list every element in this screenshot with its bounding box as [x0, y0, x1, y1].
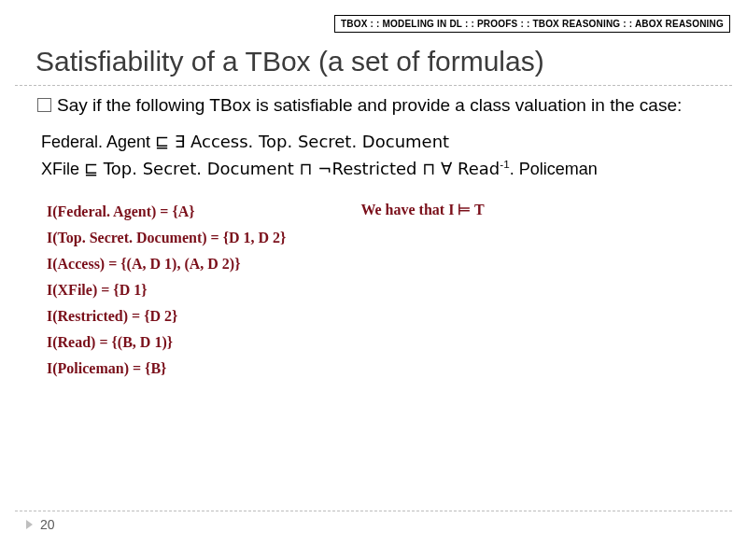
prompt-text: Say if the following TBox is satisfiable… [57, 93, 725, 118]
list-item: I(Restricted) = {D 2} [47, 303, 286, 329]
list-item: I(Policeman) = {B} [47, 356, 286, 382]
interpretation-list: I(Federal. Agent) = {A} I(Top. Secret. D… [47, 199, 286, 382]
breadcrumb-item: TBOX REASONING [532, 19, 620, 29]
list-item: I(Read) = {(B, D 1)} [47, 329, 286, 356]
breadcrumb-item: ABOX REASONING [635, 19, 724, 29]
conclusion-text: We have that I ⊨ T [360, 199, 484, 218]
list-item: I(Federal. Agent) = {A} [47, 199, 286, 225]
breadcrumb-item: MODELING IN DL [383, 19, 462, 29]
page-number: 20 [26, 517, 732, 532]
list-item: I(XFile) = {D 1} [47, 277, 286, 303]
arrow-right-icon [26, 520, 33, 529]
interpretation-block: I(Federal. Agent) = {A} I(Top. Secret. D… [47, 199, 725, 382]
checkbox-icon [37, 98, 51, 112]
page-title: Satisfiability of a TBox (a set of formu… [0, 33, 747, 85]
content-area: Say if the following TBox is satisfiable… [0, 86, 747, 382]
bullet-item: Say if the following TBox is satisfiable… [37, 93, 725, 118]
page-number-value: 20 [40, 517, 55, 532]
list-item: I(Access) = {(A, D 1), (A, D 2)} [47, 251, 286, 277]
footer: 20 [15, 511, 732, 532]
breadcrumb-item: TBOX [341, 19, 368, 29]
breadcrumb-item: PROOFS [477, 19, 517, 29]
formula-line: XFile ⊑ Top. Secret. Document ⊓ ¬Restric… [41, 156, 725, 183]
list-item: I(Top. Secret. Document) = {D 1, D 2} [47, 225, 286, 251]
divider [15, 511, 732, 511]
formula-line: Federal. Agent ⊑ ∃ Access. Top. Secret. … [41, 129, 725, 156]
formula-block: Federal. Agent ⊑ ∃ Access. Top. Secret. … [41, 129, 725, 183]
breadcrumb: TBOX : : MODELING IN DL : : PROOFS : : T… [334, 15, 730, 33]
